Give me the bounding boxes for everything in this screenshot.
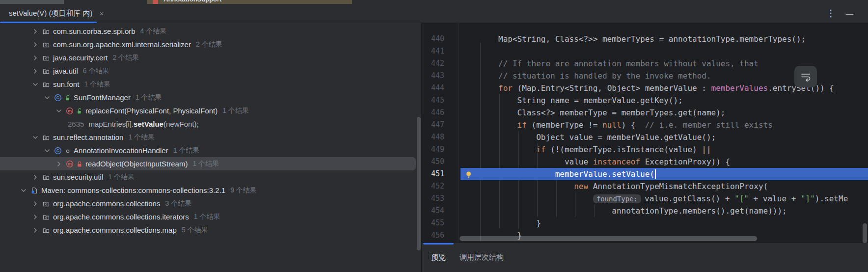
chevron-right-icon[interactable] xyxy=(31,54,42,62)
tree-item[interactable]: CAnnotationInvocationHandler1 个结果 xyxy=(0,144,421,157)
code-token: if xyxy=(536,145,545,154)
tree-item[interactable]: Maven: commons-collections:commons-colle… xyxy=(0,184,421,197)
tree-item[interactable]: sun.security.util1 个结果 xyxy=(0,170,421,184)
code-preview-editor[interactable]: 440 Map<String, Class<?>> memberTypes = … xyxy=(422,23,868,243)
tree-item[interactable]: org.apache.commons.collections.map5 个结果 xyxy=(0,223,421,237)
tree-item[interactable]: org.apache.commons.collections.iterators… xyxy=(0,210,421,223)
chevron-right-icon[interactable] xyxy=(31,200,42,208)
class-icon: C xyxy=(54,94,62,102)
tree-item[interactable]: mreadObject(ObjectInputStream)1 个结果 xyxy=(0,157,416,170)
code-line[interactable]: 446 Class<?> memberType = memberTypes.ge… xyxy=(422,107,868,119)
vertical-scrollbar-thumb[interactable] xyxy=(863,223,867,243)
horizontal-scrollbar-thumb[interactable] xyxy=(460,236,757,241)
code-token: new xyxy=(574,182,588,191)
tree-item[interactable]: java.security.cert2 个结果 xyxy=(0,51,421,64)
package-icon xyxy=(42,173,50,181)
code-line[interactable]: 447 if (memberType != null) { // i.e. me… xyxy=(422,119,868,131)
code-token: Class<?> memberType = memberTypes.get(na… xyxy=(517,108,726,117)
package-icon xyxy=(42,213,50,221)
code-line[interactable]: 454 annotationType.members().get(name)))… xyxy=(422,205,868,217)
result-count: 6 个结果 xyxy=(83,67,109,76)
code-line[interactable]: 441 xyxy=(422,45,868,57)
chevron-right-icon[interactable] xyxy=(31,41,42,49)
tree-item[interactable]: org.apache.commons.collections3 个结果 xyxy=(0,197,421,210)
chevron-right-icon[interactable] xyxy=(31,226,42,234)
tab-preview[interactable]: 预览 xyxy=(431,253,446,262)
code-line[interactable]: 445 String name = memberValue.getKey(); xyxy=(422,94,868,107)
result-count: 1 个结果 xyxy=(128,133,155,142)
chevron-right-icon[interactable] xyxy=(31,67,42,75)
chevron-right-icon[interactable] xyxy=(31,213,42,221)
minimize-icon[interactable]: — xyxy=(846,9,853,18)
chevron-down-icon[interactable] xyxy=(31,81,42,88)
background-file-label: AnnotationSupport xyxy=(163,0,221,3)
soft-wrap-button[interactable] xyxy=(794,66,817,87)
tree-item-usage[interactable]: 2635mapEntries[i].setValue(newFont); xyxy=(0,117,421,131)
line-number: 452 xyxy=(422,180,461,192)
code-token: instanceof xyxy=(593,157,640,166)
tree-item[interactable]: CSunFontManager1 个结果 xyxy=(0,91,421,104)
code-token: ).setMe xyxy=(815,194,848,203)
code-token: Object value = memberValue.getValue(); xyxy=(536,133,716,142)
tree-scrollbar-thumb[interactable] xyxy=(417,117,421,250)
code-token: // If there are annotation members witho… xyxy=(498,59,759,68)
tree-item[interactable]: com.sun.org.apache.xml.internal.serializ… xyxy=(0,38,421,51)
result-count: 1 个结果 xyxy=(108,173,135,182)
code-token: value.getClass() + xyxy=(645,194,734,203)
tree-item[interactable]: mreplaceFont(PhysicalFont, PhysicalFont)… xyxy=(0,104,421,117)
chevron-down-icon[interactable] xyxy=(31,134,42,141)
code-line[interactable]: 451 memberValue.setValue( xyxy=(422,168,868,180)
code-token: memberValues xyxy=(711,83,768,93)
tab-call-hierarchy[interactable]: 调用层次结构 xyxy=(460,253,504,262)
package-icon xyxy=(42,54,50,62)
code-line[interactable]: 440 Map<String, Class<?>> memberTypes = … xyxy=(422,33,868,45)
chevron-right-icon[interactable] xyxy=(55,160,66,168)
tree-item-label: replaceFont(PhysicalFont, PhysicalFont) xyxy=(85,107,217,115)
code-text: Map<String, Class<?>> memberTypes = anno… xyxy=(461,33,868,45)
chevron-right-icon[interactable] xyxy=(31,173,42,181)
tree-item[interactable]: sun.reflect.annotation1 个结果 xyxy=(0,131,421,144)
close-icon[interactable]: × xyxy=(100,10,104,17)
package-icon xyxy=(42,200,50,208)
code-line[interactable]: 453 foundType:value.getClass() + "[" + v… xyxy=(422,192,868,205)
usage-text: (newFont); xyxy=(163,120,199,128)
line-number: 455 xyxy=(422,217,461,229)
result-count: 9 个结果 xyxy=(230,186,257,195)
code-token: memberValue.setValue( xyxy=(555,169,654,179)
code-text: new AnnotationTypeMismatchExceptionProxy… xyxy=(461,180,868,192)
tree-item[interactable]: sun.font1 个结果 xyxy=(0,78,421,91)
code-token: ExceptionProxy)) { xyxy=(640,157,730,166)
code-token: ) { xyxy=(622,120,645,130)
active-bottom-tab-indicator xyxy=(423,243,454,245)
code-line[interactable]: 448 Object value = memberValue.getValue(… xyxy=(422,131,868,143)
line-number: 444 xyxy=(422,82,461,94)
tree-item-label: java.security.cert xyxy=(53,54,108,62)
chevron-down-icon[interactable] xyxy=(20,187,30,194)
more-options-icon[interactable]: ⋮ xyxy=(826,8,835,19)
code-line[interactable]: 455 } xyxy=(422,217,868,229)
code-line[interactable]: 452 new AnnotationTypeMismatchExceptionP… xyxy=(422,180,868,192)
tree-item-label: AnnotationInvocationHandler xyxy=(74,146,168,155)
background-strip-segment xyxy=(0,0,64,4)
result-count: 5 个结果 xyxy=(182,226,208,235)
tree-item-label: readObject(ObjectInputStream) xyxy=(85,160,188,168)
code-text: Class<?> memberType = memberTypes.get(na… xyxy=(461,107,868,119)
line-number: 449 xyxy=(422,143,461,156)
line-number: 456 xyxy=(422,229,461,242)
find-usages-content: com.sun.corba.se.spi.orb4 个结果com.sun.org… xyxy=(0,23,868,272)
tree-item[interactable]: java.util6 个结果 xyxy=(0,64,421,78)
code-line[interactable]: 450 value instanceof ExceptionProxy)) { xyxy=(422,156,868,168)
code-text: } xyxy=(461,217,868,229)
tree-item[interactable]: com.sun.corba.se.spi.orb4 个结果 xyxy=(0,25,421,38)
intention-bulb-icon[interactable] xyxy=(465,170,472,178)
code-token: null xyxy=(602,120,622,130)
code-line[interactable]: 449 if (!(memberType.isInstance(value) |… xyxy=(422,143,868,156)
chevron-down-icon[interactable] xyxy=(43,147,54,155)
result-count: 1 个结果 xyxy=(84,80,110,89)
chevron-right-icon[interactable] xyxy=(31,27,42,35)
chevron-down-icon[interactable] xyxy=(43,94,54,102)
chevron-down-icon[interactable] xyxy=(55,107,66,115)
tab-setvalue-usages[interactable]: setValue(V) (项目和库 内) × xyxy=(0,4,97,23)
code-text: annotationType.members().get(name))); xyxy=(461,205,868,217)
usage-match-text: setValue xyxy=(134,120,163,128)
